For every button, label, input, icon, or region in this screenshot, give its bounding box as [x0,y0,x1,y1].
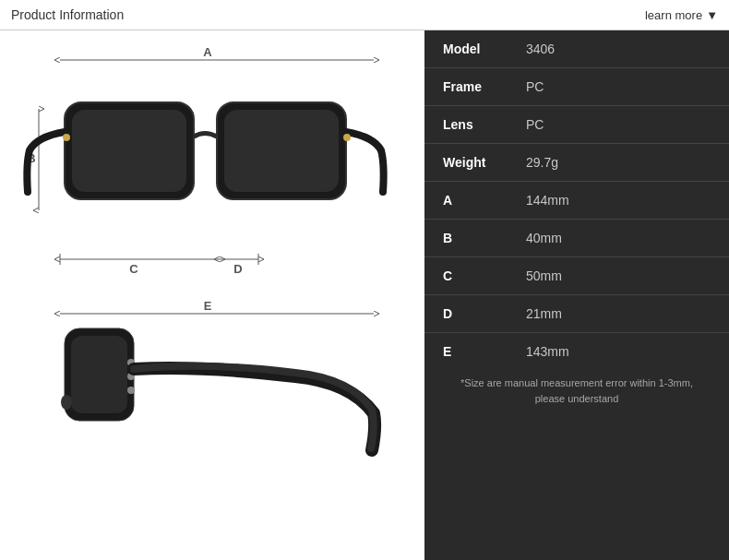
spec-label: E [424,333,508,371]
spec-label: B [424,220,508,257]
table-row: Model 3406 [424,30,729,68]
table-row: B 40mm [424,220,729,257]
svg-point-22 [127,387,135,394]
svg-text:E: E [204,299,212,313]
specs-section: Model 3406 Frame PC Lens PC Weight 29.7g… [424,30,729,560]
svg-text:C: C [129,262,138,276]
table-row: D 21mm [424,295,729,333]
spec-value: 144mm [508,182,729,220]
table-row: Lens PC [424,106,729,144]
bottom-diagram: E [18,293,406,478]
svg-rect-6 [72,110,186,192]
dropdown-icon: ▼ [706,8,718,22]
spec-label: Weight [424,144,508,182]
spec-value: 21mm [508,295,729,333]
learn-more-label: learn more [645,8,702,22]
spec-label: A [424,182,508,220]
svg-rect-7 [224,110,339,192]
table-row: Frame PC [424,68,729,106]
spec-value: PC [508,106,729,144]
spec-label: D [424,295,508,333]
svg-text:A: A [203,45,212,59]
spec-value: 50mm [508,257,729,295]
spec-label: Model [424,30,508,68]
table-row: C 50mm [424,257,729,295]
table-row: A 144mm [424,182,729,220]
svg-point-23 [61,395,72,410]
top-diagram: A B [18,40,406,289]
spec-value: 29.7g [508,144,729,182]
spec-label: Lens [424,106,508,144]
spec-value: PC [508,68,729,106]
page-header: Product Information learn more ▼ [0,0,729,30]
spec-label: C [424,257,508,295]
learn-more-button[interactable]: learn more ▼ [645,8,718,22]
table-row: Weight 29.7g [424,144,729,182]
page-title: Product Information [11,7,124,22]
main-content: A B [0,30,729,560]
spec-value: 143mm [508,333,729,371]
specs-note: *Size are manual measurement error withi… [424,370,729,411]
table-row: E 143mm [424,333,729,371]
diagram-section: A B [0,30,424,560]
svg-point-8 [63,134,70,141]
specs-table: Model 3406 Frame PC Lens PC Weight 29.7g… [424,30,729,370]
side-view-svg: E [18,293,397,478]
svg-point-9 [343,134,351,141]
front-view-svg: A B [18,40,397,284]
spec-label: Frame [424,68,508,106]
spec-value: 40mm [508,220,729,257]
svg-rect-19 [71,336,127,413]
svg-text:D: D [233,262,242,276]
spec-value: 3406 [508,30,729,68]
